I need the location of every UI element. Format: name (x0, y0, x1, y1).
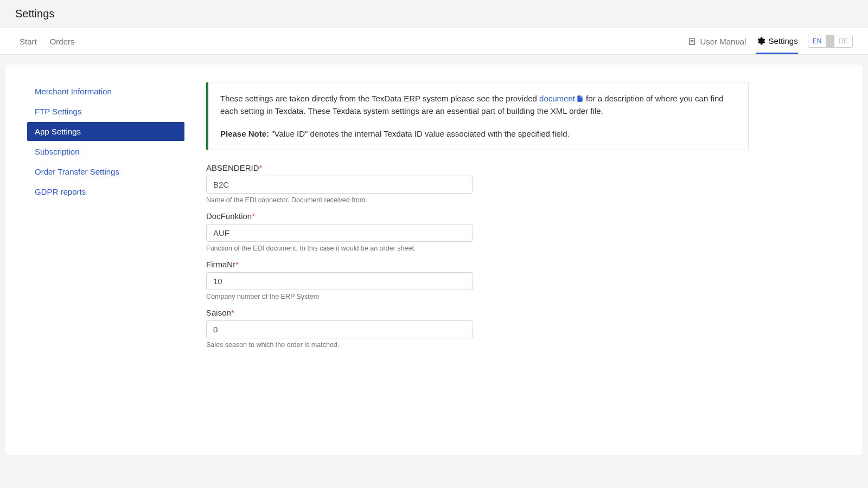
sidebar-item-label: App Settings (35, 127, 81, 136)
settings-link[interactable]: Settings (756, 36, 797, 54)
required-star: * (235, 260, 239, 269)
user-manual-label: User Manual (700, 37, 746, 46)
page-title: Settings (15, 8, 853, 20)
required-star: * (231, 308, 234, 317)
nav-left: Start Orders (15, 29, 81, 54)
input-saison[interactable] (206, 320, 473, 338)
sidebar-item-label: Order Transfer Settings (35, 167, 119, 176)
form-group-saison: Saison* Sales season to which the order … (206, 308, 749, 349)
info-paragraph-1: These settings are taken directly from t… (220, 92, 736, 118)
nav-bar: Start Orders User Manual Settings EN DE (0, 28, 868, 55)
label-saison: Saison* (206, 308, 749, 317)
label-docfunktion: DocFunktion* (206, 211, 749, 221)
top-header: Settings (0, 0, 868, 28)
lang-divider (826, 35, 834, 47)
info-paragraph-2: Please Note: "Value ID" denotes the inte… (220, 127, 736, 140)
label-firmanr: FirmaNr* (206, 260, 749, 269)
form-group-absenderid: ABSENDERID* Name of the EDI connector. D… (206, 163, 749, 204)
sidebar-item-ftp-settings[interactable]: FTP Settings (27, 102, 184, 121)
label-text: Saison (206, 308, 231, 317)
sidebar-item-order-transfer-settings[interactable]: Order Transfer Settings (27, 162, 184, 181)
sidebar-item-app-settings[interactable]: App Settings (27, 122, 184, 141)
required-star: * (252, 211, 255, 221)
form-group-firmanr: FirmaNr* Company number of the ERP Syste… (206, 260, 749, 300)
please-note-rest: "Value ID" denotes the internal Texdata … (269, 129, 570, 138)
lang-de-button[interactable]: DE (834, 35, 852, 47)
info-box: These settings are taken directly from t… (206, 82, 749, 150)
input-absenderid[interactable] (206, 176, 473, 194)
pdf-icon (576, 95, 584, 102)
input-docfunktion[interactable] (206, 224, 473, 242)
nav-link-orders[interactable]: Orders (43, 29, 81, 54)
label-text: DocFunktion (206, 211, 252, 221)
settings-label: Settings (768, 36, 797, 46)
help-absenderid: Name of the EDI connector. Document rece… (206, 196, 749, 204)
help-docfunktion: Function of the EDI document. In this ca… (206, 245, 749, 252)
language-switch: EN DE (808, 35, 853, 48)
settings-sidebar: Merchant Information FTP Settings App Se… (27, 82, 184, 438)
label-absenderid: ABSENDERID* (206, 163, 749, 172)
sidebar-item-merchant-information[interactable]: Merchant Information (27, 82, 184, 101)
form-group-docfunktion: DocFunktion* Function of the EDI documen… (206, 211, 749, 252)
book-icon (687, 37, 697, 46)
sidebar-item-gdpr-reports[interactable]: GDPR reports (27, 182, 184, 201)
help-firmanr: Company number of the ERP System (206, 293, 749, 300)
sidebar-item-label: FTP Settings (35, 107, 81, 116)
sidebar-item-label: Merchant Information (35, 87, 112, 96)
label-text: ABSENDERID (206, 163, 259, 172)
help-saison: Sales season to which the order is match… (206, 341, 749, 349)
sidebar-item-label: Subscription (35, 147, 80, 156)
sidebar-item-label: GDPR reports (35, 187, 86, 196)
sidebar-item-subscription[interactable]: Subscription (27, 142, 184, 161)
please-note-bold: Please Note: (220, 129, 269, 138)
info-text-pre: These settings are taken directly from t… (220, 94, 539, 103)
document-link-text: document (539, 94, 575, 103)
content-card: Merchant Information FTP Settings App Se… (5, 65, 863, 455)
document-link[interactable]: document (539, 94, 584, 103)
required-star: * (259, 163, 263, 172)
input-firmanr[interactable] (206, 272, 473, 290)
gear-icon (756, 36, 765, 46)
user-manual-link[interactable]: User Manual (687, 37, 746, 46)
main-panel: These settings are taken directly from t… (206, 82, 749, 438)
label-text: FirmaNr (206, 260, 235, 269)
nav-right: User Manual Settings EN DE (687, 35, 853, 48)
nav-link-start[interactable]: Start (15, 29, 43, 54)
lang-en-button[interactable]: EN (808, 35, 826, 47)
